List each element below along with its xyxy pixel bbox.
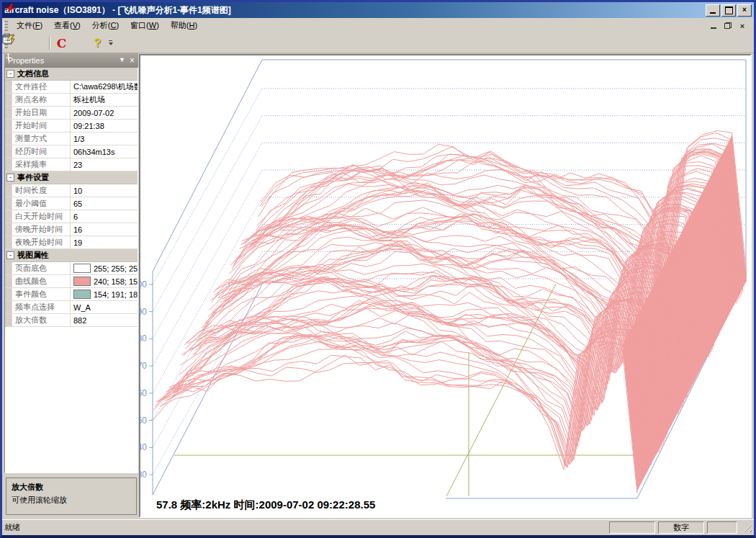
property-value[interactable]: 19: [71, 236, 138, 248]
panel-menu-chevron-icon[interactable]: ▼: [119, 57, 125, 63]
property-label: 傍晚开始时间: [12, 223, 71, 236]
property-label: 采样频率: [12, 158, 71, 171]
close-button[interactable]: ×: [737, 4, 752, 17]
row-indent: [5, 94, 12, 106]
property-section-header[interactable]: -文档信息: [5, 68, 138, 81]
property-section-header[interactable]: -事件设置: [5, 171, 138, 184]
svg-text:80: 80: [140, 333, 147, 344]
property-value[interactable]: 1/3: [71, 133, 138, 145]
property-label: 页面底色: [12, 262, 71, 274]
property-row[interactable]: 采样频率23: [5, 158, 138, 171]
property-row[interactable]: 傍晚开始时间16: [5, 223, 138, 236]
collapse-icon[interactable]: -: [6, 70, 14, 78]
properties-panel-header[interactable]: Properties ▼ ×: [4, 53, 138, 67]
property-label: 开始日期: [12, 107, 71, 119]
property-row[interactable]: 频率点选择W_A: [5, 301, 138, 314]
property-row[interactable]: 事件颜色154; 191; 187: [5, 288, 138, 301]
property-row[interactable]: 测量方式1/3: [5, 133, 138, 145]
property-value[interactable]: 240; 158; 158: [71, 275, 138, 287]
status-cell-num: 数字: [658, 521, 704, 534]
menubar-grip[interactable]: [4, 21, 8, 31]
property-row[interactable]: 开始日期2009-07-02: [5, 107, 138, 120]
property-value[interactable]: 06h34m13s: [71, 145, 138, 158]
menu-item-H[interactable]: 帮助(H): [165, 18, 203, 33]
row-indent: [5, 133, 12, 145]
resize-grip[interactable]: [742, 523, 752, 532]
property-value[interactable]: 65: [71, 197, 138, 210]
property-label: 文件路径: [12, 81, 71, 93]
row-indent: [5, 223, 12, 236]
maximize-button[interactable]: [721, 4, 736, 17]
svg-text:30: 30: [140, 470, 147, 480]
property-row[interactable]: 经历时间06h34m13s: [5, 145, 138, 158]
status-bar: 就绪 数字: [2, 519, 754, 535]
mdi-restore-button[interactable]: [724, 22, 732, 30]
spectrogram-document[interactable]: 30405060708090100 57.8 频率:2kHz 时间:2009-0…: [139, 54, 752, 518]
property-row[interactable]: 时间长度10: [5, 184, 138, 197]
row-indent: [5, 197, 12, 210]
property-value[interactable]: 2009-07-02: [71, 107, 138, 119]
minimize-button[interactable]: [706, 4, 720, 17]
svg-text:90: 90: [140, 307, 147, 317]
property-value[interactable]: 255; 255; 255: [71, 262, 138, 274]
property-value[interactable]: W_A: [71, 301, 138, 313]
description-text: 可使用滚轮缩放: [12, 495, 131, 506]
panel-close-icon[interactable]: ×: [130, 56, 135, 65]
open-file-button[interactable]: [30, 35, 46, 51]
color-swatch[interactable]: [73, 277, 91, 286]
property-value[interactable]: 10: [71, 184, 138, 197]
property-value[interactable]: 882: [71, 314, 138, 326]
property-value[interactable]: C:\awa6298\机场数据: [71, 81, 138, 93]
menu-item-V[interactable]: 查看(V): [48, 18, 86, 33]
property-section-header[interactable]: -视图属性: [5, 249, 138, 262]
property-row[interactable]: 放大倍数882: [5, 314, 138, 327]
c-logo-icon: C: [57, 36, 67, 50]
collapse-icon[interactable]: -: [6, 174, 14, 181]
toolbar-overflow-button[interactable]: [107, 35, 114, 51]
mdi-minimize-button[interactable]: [709, 22, 718, 30]
property-row[interactable]: 最小阈值65: [5, 197, 138, 210]
property-row[interactable]: 白天开始时间6: [5, 210, 138, 223]
property-value[interactable]: 栎社机场: [71, 94, 138, 106]
menu-item-F[interactable]: 文件(F): [11, 18, 48, 33]
maximize-icon: [725, 6, 733, 14]
property-label: 频率点选择: [12, 301, 71, 313]
mdi-close-button[interactable]: ×: [738, 22, 747, 30]
properties-dialog-button[interactable]: [71, 35, 88, 51]
menu-item-C[interactable]: 分析(C): [86, 18, 125, 33]
row-indent: [5, 288, 12, 300]
property-row[interactable]: 曲线颜色240; 158; 158: [5, 275, 138, 288]
waterfall-3d-chart[interactable]: 30405060708090100: [140, 55, 752, 518]
property-value[interactable]: 16: [71, 223, 138, 236]
help-icon: ?: [94, 37, 102, 50]
property-label: 经历时间: [12, 145, 71, 158]
status-ready-text: 就绪: [4, 522, 20, 533]
menu-item-W[interactable]: 窗口(W): [125, 18, 165, 33]
row-indent: [5, 120, 12, 132]
collapse-icon[interactable]: -: [6, 251, 14, 259]
help-button[interactable]: ?: [89, 35, 106, 51]
menu-bar: 文件(F)查看(V)分析(C)窗口(W)帮助(H) ×: [2, 18, 754, 34]
property-row[interactable]: 开始时间09:21:38: [5, 120, 138, 133]
property-label: 白天开始时间: [12, 210, 71, 223]
c-tool-button[interactable]: C: [53, 35, 70, 51]
property-value[interactable]: 6: [71, 210, 138, 223]
property-label: 夜晚开始时间: [12, 236, 71, 248]
row-indent: [5, 314, 12, 326]
property-label: 最小阈值: [12, 197, 71, 210]
color-swatch[interactable]: [73, 264, 91, 273]
property-row[interactable]: 测点名称栎社机场: [5, 94, 138, 107]
color-swatch[interactable]: [73, 290, 91, 299]
overflow-bar-icon: [109, 40, 112, 41]
property-label: 放大倍数: [12, 314, 71, 326]
property-label: 曲线颜色: [12, 275, 71, 287]
property-row[interactable]: 夜晚开始时间19: [5, 236, 138, 249]
property-value[interactable]: 23: [71, 158, 138, 171]
svg-text:60: 60: [140, 388, 147, 398]
property-row[interactable]: 页面底色255; 255; 255: [5, 262, 138, 275]
property-value[interactable]: 09:21:38: [71, 120, 138, 132]
property-row[interactable]: 文件路径C:\awa6298\机场数据: [5, 81, 138, 94]
property-value[interactable]: 154; 191; 187: [71, 288, 138, 300]
row-indent: [5, 262, 12, 274]
pin-icon[interactable]: [4, 53, 12, 61]
